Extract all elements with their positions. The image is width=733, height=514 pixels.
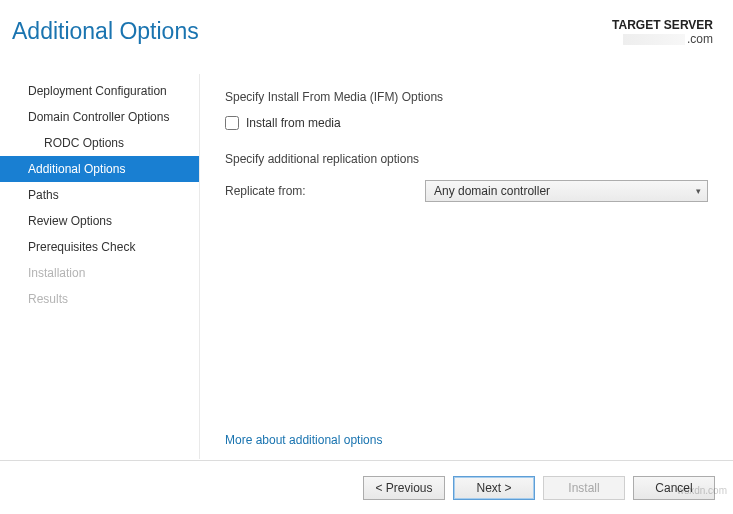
previous-button[interactable]: < Previous [363, 476, 445, 500]
wizard-footer: < Previous Next > Install Cancel [0, 460, 733, 514]
replicate-from-value: Any domain controller [434, 184, 550, 198]
sidebar-item-additional-options[interactable]: Additional Options [0, 156, 199, 182]
sidebar-item-rodc-options[interactable]: RODC Options [0, 130, 199, 156]
wizard-sidebar: Deployment Configuration Domain Controll… [0, 74, 200, 459]
install-from-media-checkbox[interactable] [225, 116, 239, 130]
target-server-label: TARGET SERVER [612, 18, 713, 32]
sidebar-item-paths[interactable]: Paths [0, 182, 199, 208]
sidebar-item-results: Results [0, 286, 199, 312]
page-title: Additional Options [12, 18, 199, 45]
ifm-section-label: Specify Install From Media (IFM) Options [225, 90, 708, 104]
sidebar-item-deployment-configuration[interactable]: Deployment Configuration [0, 78, 199, 104]
sidebar-item-installation: Installation [0, 260, 199, 286]
install-button: Install [543, 476, 625, 500]
replicate-from-label: Replicate from: [225, 184, 425, 198]
cancel-button[interactable]: Cancel [633, 476, 715, 500]
sidebar-item-prerequisites-check[interactable]: Prerequisites Check [0, 234, 199, 260]
sidebar-item-domain-controller-options[interactable]: Domain Controller Options [0, 104, 199, 130]
target-server-name: .com [612, 32, 713, 46]
next-button[interactable]: Next > [453, 476, 535, 500]
replicate-from-dropdown[interactable]: Any domain controller ▾ [425, 180, 708, 202]
sidebar-item-review-options[interactable]: Review Options [0, 208, 199, 234]
install-from-media-label: Install from media [246, 116, 341, 130]
replication-section-label: Specify additional replication options [225, 152, 708, 166]
content-panel: Specify Install From Media (IFM) Options… [200, 74, 733, 459]
chevron-down-icon: ▾ [696, 186, 701, 196]
more-about-link[interactable]: More about additional options [225, 433, 382, 447]
target-server-block: TARGET SERVER .com [612, 18, 713, 46]
